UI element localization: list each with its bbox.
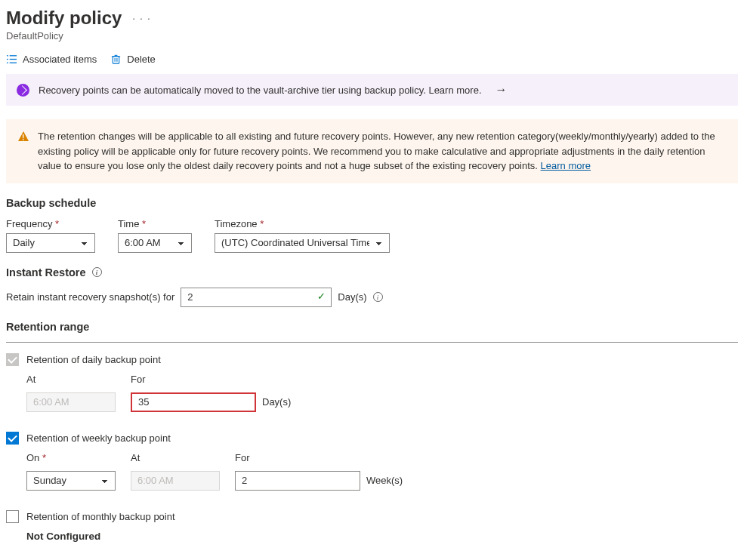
archive-icon <box>17 84 29 97</box>
weekly-on-label: On * <box>26 452 116 463</box>
weekly-retention-label: Retention of weekly backup point <box>26 432 171 444</box>
weekly-at-label: At <box>131 452 220 463</box>
archive-tier-banner: Recovery points can be automatically mov… <box>6 74 738 106</box>
instant-restore-suffix: Day(s) <box>338 291 366 303</box>
instant-restore-days-input[interactable] <box>181 288 332 307</box>
frequency-label: Frequency * <box>6 218 95 229</box>
associated-items-label: Associated items <box>23 54 97 65</box>
backup-schedule-heading: Backup schedule <box>6 197 738 209</box>
weekly-at-select: 6:00 AM <box>131 471 220 491</box>
daily-retention-label: Retention of daily backup point <box>26 354 161 365</box>
time-select[interactable]: 6:00 AM <box>118 233 192 253</box>
daily-for-label: For <box>131 374 291 385</box>
trash-icon <box>110 54 122 65</box>
more-actions-button[interactable]: · · · <box>132 12 150 24</box>
weekly-on-select[interactable]: Sunday <box>26 471 116 491</box>
delete-button[interactable]: Delete <box>110 54 156 65</box>
timezone-label: Timezone * <box>215 218 390 229</box>
list-icon <box>6 54 17 65</box>
daily-at-label: At <box>26 374 116 385</box>
retention-warning-banner: The retention changes will be applicable… <box>6 119 738 183</box>
daily-for-input[interactable] <box>131 392 256 412</box>
time-label: Time * <box>118 218 192 229</box>
timezone-select[interactable]: (UTC) Coordinated Universal Time <box>215 233 390 253</box>
weekly-for-input[interactable] <box>235 471 360 491</box>
svg-rect-6 <box>113 57 119 63</box>
weekly-suffix: Week(s) <box>366 475 403 487</box>
retention-range-heading: Retention range <box>6 321 738 333</box>
info-icon[interactable] <box>92 267 102 277</box>
monthly-retention-label: Retention of monthly backup point <box>26 511 175 522</box>
daily-suffix: Day(s) <box>262 396 291 408</box>
policy-name-subtitle: DefaultPolicy <box>6 30 738 42</box>
weekly-for-label: For <box>235 452 403 463</box>
info-icon[interactable] <box>373 292 383 302</box>
frequency-select[interactable]: Daily <box>6 233 95 253</box>
warning-icon <box>18 131 29 141</box>
warning-text: The retention changes will be applicable… <box>38 131 715 171</box>
daily-retention-checkbox <box>6 353 19 366</box>
instant-restore-label: Retain instant recovery snapshot(s) for <box>6 291 174 303</box>
weekly-retention-checkbox[interactable] <box>6 432 19 445</box>
archive-learn-more-arrow[interactable]: → <box>495 83 508 97</box>
archive-banner-text: Recovery points can be automatically mov… <box>39 85 482 96</box>
divider <box>6 342 738 343</box>
delete-label: Delete <box>127 54 156 65</box>
daily-at-select: 6:00 AM <box>26 392 116 412</box>
page-title: Modify policy <box>6 8 122 29</box>
instant-restore-heading: Instant Restore <box>6 266 86 278</box>
monthly-not-configured: Not Configured <box>26 531 738 542</box>
warning-learn-more-link[interactable]: Learn more <box>541 160 591 171</box>
monthly-retention-checkbox[interactable] <box>6 510 19 523</box>
associated-items-button[interactable]: Associated items <box>6 54 97 65</box>
